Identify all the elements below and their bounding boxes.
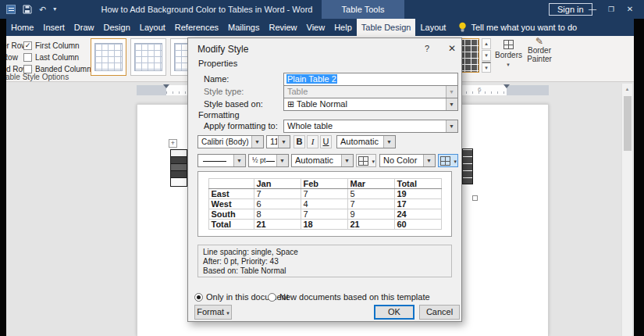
ok-button[interactable]: OK xyxy=(374,305,415,320)
table-style-icon: ⊞ xyxy=(287,99,294,109)
apply-formatting-dropdown[interactable]: Whole table xyxy=(283,120,458,133)
minimize-button[interactable]: — xyxy=(584,0,601,19)
document-table-fragment-right[interactable] xyxy=(462,148,473,184)
font-size-dropdown[interactable]: 11 xyxy=(266,135,290,148)
tab-review[interactable]: Review xyxy=(264,19,301,36)
dropdown-arrow-icon[interactable] xyxy=(233,155,245,166)
dialog-help-icon[interactable]: ? xyxy=(419,42,435,55)
border-style-dropdown[interactable] xyxy=(197,154,246,167)
cancel-button[interactable]: Cancel xyxy=(419,305,460,320)
undo-icon[interactable]: ↶ xyxy=(39,0,46,19)
fill-color-value: No Color xyxy=(383,155,422,166)
style-based-on-dropdown[interactable]: ⊞ Table Normal xyxy=(283,98,458,111)
table-resize-handle[interactable] xyxy=(472,195,478,201)
table-cell xyxy=(171,178,187,185)
style-type-dropdown[interactable]: Table xyxy=(283,85,458,98)
scrollbar-thumb[interactable] xyxy=(624,96,632,151)
font-name-dropdown[interactable]: Calibri (Body) xyxy=(197,135,264,148)
preview-cell: East xyxy=(208,189,254,199)
first-column-checkbox[interactable]: ✓ xyxy=(23,41,32,50)
table-move-handle[interactable]: + xyxy=(169,139,177,148)
dropdown-arrow-icon[interactable] xyxy=(278,136,290,148)
new-documents-radio[interactable] xyxy=(268,293,276,302)
style-based-on-label: Style based on: xyxy=(204,99,263,109)
preview-cell: 7 xyxy=(347,199,394,209)
dropdown-arrow-icon[interactable] xyxy=(446,98,457,110)
gridlines-split-button[interactable]: ▾ xyxy=(438,154,458,167)
right-indent-marker[interactable] xyxy=(503,84,510,88)
style-description: Line spacing: single, Space After: 0 pt,… xyxy=(197,245,452,277)
scroll-up-icon[interactable]: ▴ xyxy=(622,84,632,92)
underline-button[interactable]: U xyxy=(320,135,332,148)
table-cell xyxy=(171,150,187,157)
table-style-thumbnail-selected[interactable] xyxy=(91,38,126,76)
tab-mailings[interactable]: Mailings xyxy=(223,19,264,36)
close-window-button[interactable]: ✕ xyxy=(621,0,639,19)
tab-layout[interactable]: Layout xyxy=(135,19,170,36)
table-style-thumbnail[interactable] xyxy=(130,38,166,76)
tell-me-box[interactable]: Tell me what you want to do xyxy=(450,19,585,36)
preview-cell: Total xyxy=(208,220,254,230)
tab-home[interactable]: Home xyxy=(6,19,38,36)
table-cell xyxy=(171,164,187,171)
indent-marker[interactable] xyxy=(163,84,169,88)
font-name-value: Calibri (Body) xyxy=(201,136,251,148)
format-button[interactable]: Format ▾ xyxy=(194,305,232,320)
preview-cell: 6 xyxy=(254,199,301,209)
word-app-icon[interactable] xyxy=(6,5,16,14)
dropdown-arrow-icon[interactable] xyxy=(446,120,457,132)
maximize-button[interactable]: ❐ xyxy=(603,0,620,19)
only-in-document-radio[interactable] xyxy=(194,293,203,302)
tab-references[interactable]: References xyxy=(170,19,223,36)
dropdown-arrow-icon[interactable] xyxy=(446,86,457,98)
checkbox-first-column[interactable]: ✓ First Column xyxy=(23,41,80,51)
borders-split-button[interactable]: ▾ xyxy=(356,154,376,167)
preview-cell: 5 xyxy=(347,189,394,199)
last-column-checkbox[interactable] xyxy=(23,53,32,62)
tab-view[interactable]: View xyxy=(302,19,330,36)
border-color-dropdown[interactable]: Automatic xyxy=(291,154,354,167)
tab-table-layout[interactable]: Layout xyxy=(415,19,450,36)
font-size-value: 11 xyxy=(270,136,277,148)
gallery-scroll-down-icon[interactable]: ▾ xyxy=(482,50,491,61)
preview-cell: Mar xyxy=(347,179,394,189)
italic-button[interactable]: I xyxy=(307,135,318,148)
tab-draw[interactable]: Draw xyxy=(69,19,99,36)
table-style-grid xyxy=(94,43,123,71)
dropdown-arrow-icon[interactable] xyxy=(383,136,395,148)
font-color-dropdown[interactable]: Automatic xyxy=(336,135,396,148)
gallery-more-icon[interactable]: ▾ xyxy=(482,62,491,73)
lightbulb-icon xyxy=(458,22,467,33)
checkbox-last-column[interactable]: Last Column xyxy=(23,52,79,63)
dialog-close-icon[interactable]: ✕ xyxy=(444,42,460,55)
preview-cell: 7 xyxy=(301,189,347,199)
dialog-title: Modify Style xyxy=(197,44,248,55)
window-title: How to Add Background Color to Tables in… xyxy=(94,0,320,19)
tab-insert[interactable]: Insert xyxy=(38,19,69,36)
preview-cell: 4 xyxy=(301,199,347,209)
style-name-input[interactable]: Plain Table 2 xyxy=(283,73,458,86)
bold-button[interactable]: B xyxy=(294,135,305,148)
fill-color-dropdown[interactable]: No Color xyxy=(379,154,436,167)
vertical-scrollbar[interactable]: ▴ xyxy=(621,84,632,336)
preview-row: South 8 7 9 24 xyxy=(208,209,441,220)
preview-cell: 19 xyxy=(394,189,441,199)
dropdown-arrow-icon[interactable] xyxy=(251,136,263,148)
border-painter-button[interactable]: ✎ Border Painter xyxy=(523,38,556,80)
title-bar: ↶ ▾ How to Add Background Color to Table… xyxy=(0,0,644,19)
document-table-fragment-left[interactable] xyxy=(170,149,187,187)
modify-style-dialog: Modify Style ? ✕ Properties Name: Plain … xyxy=(187,38,462,322)
preview-cell: 17 xyxy=(394,199,441,209)
border-weight-dropdown[interactable]: ½ pt xyxy=(248,154,289,167)
gridlines-grid-icon xyxy=(440,156,450,166)
borders-button[interactable]: Borders ▾ xyxy=(495,38,521,80)
save-icon[interactable] xyxy=(23,5,32,14)
tab-help[interactable]: Help xyxy=(329,19,357,36)
dropdown-arrow-icon[interactable] xyxy=(341,155,353,166)
qat-customize-icon[interactable]: ▾ xyxy=(53,0,56,19)
tab-table-design[interactable]: Table Design xyxy=(357,19,416,36)
dropdown-arrow-icon[interactable] xyxy=(423,155,435,166)
tab-design[interactable]: Design xyxy=(99,19,135,36)
gallery-scroll-up-icon[interactable]: ▴ xyxy=(482,38,491,49)
dropdown-arrow-icon[interactable] xyxy=(276,155,288,166)
